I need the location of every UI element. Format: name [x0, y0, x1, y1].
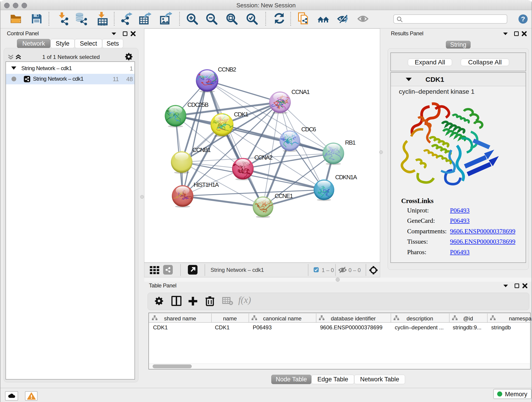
svg-text:CCNB1: CCNB1: [192, 147, 211, 153]
svg-text:CCNE1: CCNE1: [275, 192, 293, 199]
svg-text:CDK1: CDK1: [234, 111, 248, 118]
svg-text:CCNB2: CCNB2: [218, 66, 236, 73]
svg-text:CCNA2: CCNA2: [254, 154, 273, 161]
svg-text:HIST1H1A: HIST1H1A: [194, 181, 219, 188]
svg-text:CDC25B: CDC25B: [187, 101, 208, 108]
svg-text:RB1: RB1: [345, 139, 355, 146]
svg-text:CDKN1A: CDKN1A: [335, 174, 357, 181]
svg-text:CDC6: CDC6: [301, 126, 316, 133]
svg-text:CCNA1: CCNA1: [291, 89, 310, 95]
